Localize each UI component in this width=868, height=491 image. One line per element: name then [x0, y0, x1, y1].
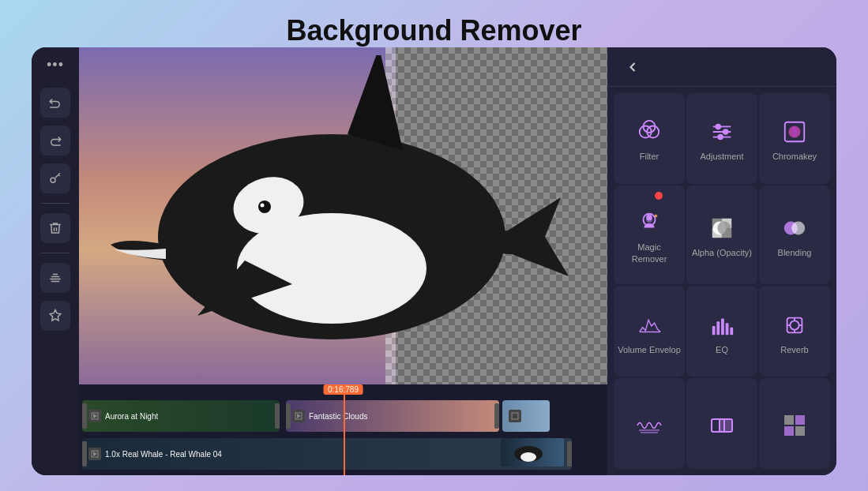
clip-handle-left-whale[interactable] — [82, 441, 87, 467]
clip-icon-aurora — [88, 410, 101, 422]
volume-label: Volume Envelop — [618, 344, 681, 355]
tool-adjustment[interactable]: Adjustment — [686, 93, 757, 184]
waveform-icon — [635, 411, 663, 440]
svg-point-0 — [51, 178, 55, 182]
svg-marker-12 — [93, 414, 97, 418]
eq-label: EQ — [716, 344, 728, 355]
tablet-frame: ••• — [32, 47, 836, 475]
alpha-label: Alpha (Opacity) — [692, 247, 752, 258]
checker-icon — [780, 411, 809, 440]
clip-aurora[interactable]: Aurora at Night — [82, 400, 280, 432]
svg-rect-63 — [784, 426, 794, 436]
left-sidebar: ••• — [32, 47, 79, 475]
back-button[interactable] — [620, 54, 645, 80]
sidebar-divider-2 — [41, 253, 70, 253]
tool-overlay[interactable] — [686, 378, 757, 469]
tool-magic-remover[interactable]: MagicRemover — [614, 186, 685, 284]
svg-point-8 — [258, 201, 271, 213]
svg-point-10 — [486, 231, 533, 254]
svg-marker-14 — [297, 414, 301, 418]
alpha-icon — [708, 214, 736, 242]
tool-blending[interactable]: Blending — [759, 186, 830, 284]
page-title: Background Remover — [286, 14, 581, 47]
clip-handle-left-fantastic[interactable] — [286, 403, 291, 429]
svg-rect-45 — [712, 326, 716, 335]
reverb-icon — [780, 311, 809, 339]
tool-waveform[interactable] — [614, 378, 685, 469]
svg-rect-15 — [512, 413, 518, 419]
clip-third[interactable] — [502, 400, 550, 432]
sidebar-divider — [41, 203, 70, 204]
svg-rect-62 — [795, 415, 805, 425]
tool-volume[interactable]: Volume Envelop — [614, 286, 685, 377]
redo-button[interactable] — [40, 126, 70, 156]
svg-rect-49 — [730, 327, 733, 334]
clip-whale[interactable]: 1.0x Real Whale - Real Whale 04 — [82, 438, 572, 470]
timeline-position: 0:16:789 — [323, 384, 363, 395]
blending-icon — [780, 214, 809, 242]
tool-reverb[interactable]: Reverb — [759, 286, 830, 377]
key-button[interactable] — [40, 163, 70, 193]
svg-point-33 — [646, 215, 652, 221]
clip-icon-whale — [88, 448, 101, 460]
chromakey-label: Chromakey — [772, 151, 817, 162]
svg-rect-48 — [726, 323, 729, 335]
svg-point-24 — [716, 125, 720, 129]
timeline-area: 0:16:789 Aurora at Night — [79, 384, 607, 475]
overlay-icon — [708, 411, 736, 440]
svg-rect-61 — [784, 415, 794, 425]
undo-button[interactable] — [40, 88, 70, 118]
clip-icon-third — [509, 410, 521, 422]
sidebar-dots-icon: ••• — [47, 57, 64, 73]
magic-remover-label: MagicRemover — [632, 242, 667, 264]
clip-handle-right-fantastic[interactable] — [494, 403, 499, 429]
svg-point-19 — [520, 452, 536, 462]
clip-fantastic[interactable]: Fantastic Clouds — [286, 400, 499, 432]
svg-marker-17 — [93, 452, 97, 456]
panel-header — [607, 47, 836, 87]
clip-whale-label: 1.0x Real Whale - Real Whale 04 — [105, 450, 222, 459]
clip-handle-left[interactable] — [82, 403, 87, 429]
tool-alpha[interactable]: Alpha (Opacity) — [686, 186, 757, 284]
tool-filter[interactable]: Filter — [614, 93, 685, 184]
timeline-playhead — [344, 384, 345, 475]
tool-chromakey[interactable]: Chromakey — [759, 93, 830, 184]
svg-point-26 — [723, 129, 728, 134]
svg-rect-47 — [721, 318, 724, 335]
whale-thumbnail — [501, 438, 564, 467]
layers-button[interactable] — [40, 263, 70, 293]
reverb-label: Reverb — [780, 344, 808, 355]
blending-label: Blending — [778, 247, 812, 258]
adjustment-label: Adjustment — [700, 151, 743, 162]
tool-grid: Filter Adjustment — [607, 87, 836, 475]
tool-eq[interactable]: EQ — [686, 286, 757, 377]
delete-button[interactable] — [40, 213, 70, 243]
clip-handle-right-aurora[interactable] — [275, 403, 280, 429]
main-content: 0:16:789 Aurora at Night — [79, 47, 607, 475]
clip-handle-right-whale[interactable] — [567, 441, 572, 467]
clip-icon-fantastic — [292, 410, 305, 422]
eq-icon — [708, 311, 736, 339]
active-badge — [655, 192, 663, 200]
svg-rect-46 — [716, 321, 720, 335]
svg-rect-59 — [720, 419, 732, 432]
clip-aurora-label: Aurora at Night — [105, 412, 158, 421]
chromakey-icon — [780, 118, 809, 146]
svg-point-43 — [791, 222, 805, 235]
volume-icon — [635, 311, 663, 339]
svg-point-51 — [790, 320, 798, 329]
whale-image — [103, 55, 607, 371]
tool-checker[interactable] — [759, 378, 830, 469]
svg-point-41 — [717, 222, 731, 235]
svg-point-9 — [261, 204, 265, 208]
svg-rect-64 — [795, 426, 805, 436]
right-panel: Filter Adjustment — [607, 47, 836, 475]
clip-fantastic-label: Fantastic Clouds — [309, 412, 367, 421]
adjustment-icon — [708, 118, 736, 146]
video-preview — [79, 47, 607, 384]
filter-label: Filter — [640, 151, 659, 162]
svg-point-28 — [718, 135, 723, 140]
magic-remover-icon — [635, 208, 663, 237]
pin-button[interactable] — [40, 301, 70, 331]
filter-icon — [635, 118, 663, 146]
